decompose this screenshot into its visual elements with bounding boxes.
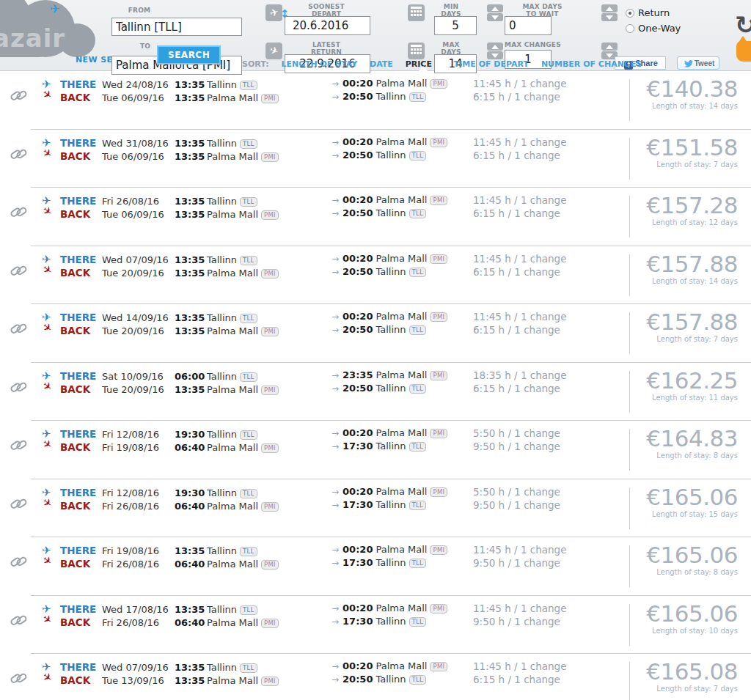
there-arrival: →00:20Palma MallPMI [331,311,447,322]
result-row[interactable]: ✈THEREWed 07/09/1613:35TallinnTLL ✈BACKT… [0,654,751,700]
price-box: €140.38 Length of stay: 14 days [646,78,738,110]
there-label: THERE [60,661,102,673]
airport-code-badge: TLL [409,325,427,335]
paperclip-icon[interactable] [10,437,32,460]
result-row[interactable]: ✈THERESat 10/09/1606:00TallinnTLL ✈BACKT… [0,363,751,421]
airport-code-badge: PMI [430,196,447,205]
back-arrival: →20:50TallinnTLL [331,91,426,102]
back-label: BACK [60,208,102,220]
stepper-up-down-icon[interactable] [487,43,503,59]
price-divider [629,196,630,237]
back-date: Fri 19/08/16 [102,442,175,453]
there-duration: 11:45 h / 1 change [473,603,566,614]
airport-code-badge: PMI [261,443,279,453]
there-dep-city: Tallinn [207,487,237,498]
there-label: THERE [60,370,102,382]
price-value: €165.06 [646,486,738,509]
airport-code-badge: PMI [261,677,279,686]
oneway-radio[interactable] [626,24,634,33]
min-days-input[interactable] [434,16,477,35]
back-dep-city: Palma Mall [207,384,258,395]
paperclip-icon[interactable] [10,262,32,284]
paperclip-icon[interactable] [10,378,32,401]
back-dep-time: 13:35 [175,209,207,220]
from-input[interactable] [111,18,242,36]
paperclip-icon[interactable] [10,611,32,634]
airport-code-badge: PMI [261,327,279,336]
result-row[interactable]: ✈THEREFri 12/08/1619:30TallinnTLL ✈BACKF… [0,421,751,479]
paperclip-icon[interactable] [10,320,32,343]
result-row[interactable]: ✈THEREFri 19/08/1613:35TallinnTLL ✈BACKF… [0,537,751,596]
result-row[interactable]: ✈THEREWed 31/08/1613:35TallinnTLL ✈BACKT… [0,130,751,188]
there-arr-city: Palma Mall [376,369,427,380]
soonest-depart-input[interactable] [285,16,370,35]
arrow-icon: → [331,78,339,89]
max-days-to-wait-input[interactable] [505,16,552,35]
sort-date[interactable]: DATE [370,59,393,69]
result-row[interactable]: ✈THEREWed 17/08/1613:35TallinnTLL ✈BACKF… [0,596,751,655]
airport-code-badge: PMI [261,386,279,395]
sort-length-of-stay[interactable]: LENGTH OF STAY [281,59,357,69]
trip-type-oneway[interactable]: One-Way [626,23,681,34]
price-box: €165.06 Length of stay: 15 days [646,486,738,518]
date-updown-icon[interactable]: ↕ [280,7,290,21]
there-departure: ✈THEREWed 31/08/1613:35TallinnTLL [42,136,257,150]
search-button[interactable]: SEARCH [157,45,221,65]
result-row[interactable]: ✈THEREFri 12/08/1619:30TallinnTLL ✈BACKF… [0,479,751,538]
result-row[interactable]: ✈THEREFri 26/08/1613:35TallinnTLL ✈BACKT… [0,188,751,246]
price-value: €165.08 [646,660,738,683]
there-date: Wed 07/09/16 [102,662,175,673]
back-date: Tue 20/09/16 [102,268,175,279]
back-arr-city: Tallinn [376,207,406,218]
sort-number-of-changes[interactable]: NUMBER OF CHANGES [541,59,642,69]
length-of-stay: Length of stay: 14 days [646,102,738,110]
there-duration: 11:45 h / 1 change [473,136,566,148]
stepper-up-down-icon[interactable] [601,4,618,21]
there-arr-city: Palma Mall [376,78,427,89]
price-value: €165.06 [646,544,738,567]
back-departure: ✈BACKTue 20/09/1613:35Palma MallPMI [42,383,279,396]
cat-mascot-icon[interactable] [736,41,751,62]
there-departure: ✈THEREWed 17/08/1613:35TallinnTLL [42,603,257,616]
there-arrival: →00:20Palma MallPMI [331,660,447,671]
airport-code-badge: PMI [430,487,447,497]
paperclip-icon[interactable] [10,495,32,517]
there-dep-city: Tallinn [207,662,237,673]
length-of-stay: Length of stay: 8 days [646,452,738,460]
back-duration: 6:15 h / 1 change [473,324,560,336]
there-dep-city: Tallinn [207,545,237,556]
there-duration: 5:50 h / 1 change [473,427,560,439]
there-departure: ✈THEREFri 19/08/1613:35TallinnTLL [42,544,257,557]
there-arr-time: 00:20 [342,311,373,322]
result-row[interactable]: ✈THEREWed 14/09/1613:35TallinnTLL ✈BACKT… [0,304,751,363]
paperclip-icon[interactable] [10,87,32,110]
length-of-stay: Length of stay: 10 days [646,627,738,635]
sort-time-of-depart[interactable]: TIME OF DEPART [454,59,529,69]
refresh-icon[interactable]: ↻ [735,10,751,40]
sort-price-selected[interactable]: PRICE [406,59,442,69]
back-dep-time: 13:35 [175,92,207,103]
back-date: Tue 13/09/16 [102,675,175,686]
airport-code-badge: TLL [240,430,257,440]
back-dep-time: 13:35 [175,151,207,162]
paperclip-icon[interactable] [10,553,32,576]
there-duration: 11:45 h / 1 change [473,194,566,206]
back-duration: 6:15 h / 1 change [473,674,560,685]
back-label: BACK [60,92,102,103]
return-radio[interactable] [626,9,634,18]
paperclip-icon[interactable] [10,145,32,168]
length-of-stay: Length of stay: 11 days [646,394,738,402]
back-duration: 6:15 h / 1 change [473,91,560,103]
tweet-button[interactable]: Tweet [677,56,719,70]
there-date: Wed 31/08/16 [102,138,175,149]
trip-type-return[interactable]: Return [626,7,670,18]
result-row[interactable]: ✈THEREWed 24/08/1613:35TallinnTLL ✈BACKT… [0,71,751,130]
back-dep-city: Palma Mall [207,617,258,628]
paperclip-icon[interactable] [10,670,32,693]
back-arr-time: 20:50 [342,207,373,218]
stepper-up-down-icon[interactable] [487,4,503,21]
paperclip-icon[interactable] [10,204,32,226]
back-arr-city: Tallinn [376,616,406,627]
length-of-stay: Length of stay: 15 days [646,510,738,518]
result-row[interactable]: ✈THEREWed 07/09/1613:35TallinnTLL ✈BACKT… [0,246,751,305]
